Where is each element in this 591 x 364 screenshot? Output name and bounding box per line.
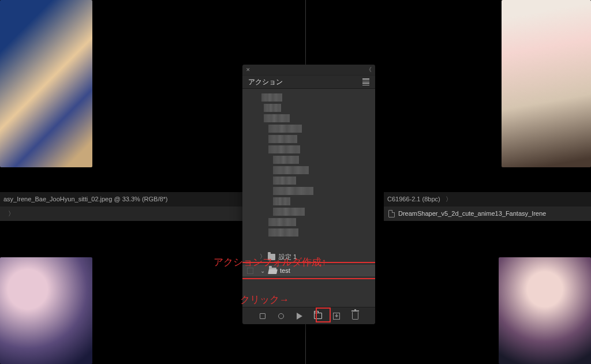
document-tab-left[interactable]: asy_Irene_Bae_JooHyun_sitti_02.jpeg @ 33… <box>0 192 242 221</box>
record-button[interactable] <box>276 312 286 321</box>
play-button[interactable] <box>295 312 304 321</box>
divider-vertical <box>305 0 306 65</box>
stop-button[interactable] <box>258 312 267 321</box>
panel-title: アクション <box>248 77 283 87</box>
close-icon[interactable]: ✕ <box>246 67 250 73</box>
blurred-actions <box>251 92 369 248</box>
document-icon <box>388 210 395 217</box>
document-filename: DreamShaper_v5_2d_cute_anime13_Fantasy_I… <box>398 207 546 221</box>
breadcrumb: DreamShaper_v5_2d_cute_anime13_Fantasy_I… <box>384 207 591 221</box>
breadcrumb: 〉 <box>0 207 242 221</box>
actions-panel: ✕ 《 アクション 〉 設定 1 <box>242 65 375 324</box>
new-action-set-button[interactable] <box>313 312 323 321</box>
canvas-image-top-left <box>0 0 92 167</box>
panel-titlebar[interactable]: ✕ 《 <box>242 65 375 75</box>
play-icon <box>297 313 302 320</box>
breadcrumb-sep-icon: 〉 <box>8 207 14 221</box>
document-colorprofile: C61966-2.1 (8bpc) 〉 <box>384 192 591 207</box>
record-icon <box>278 313 284 319</box>
actions-panel-footer <box>242 307 375 324</box>
folder-icon <box>314 313 322 319</box>
panel-header: アクション <box>242 75 375 89</box>
document-tab-right[interactable]: C61966-2.1 (8bpc) 〉 DreamShaper_v5_2d_cu… <box>384 192 591 221</box>
canvas-image-bottom-right <box>499 257 591 364</box>
plus-square-icon <box>333 313 340 320</box>
stop-icon <box>260 313 265 319</box>
canvas-image-bottom-left <box>0 257 92 364</box>
annotation-text-click: クリック→ <box>240 293 289 306</box>
trash-icon <box>352 312 358 320</box>
annotation-text-folder: アクションフォルダ作成↑ <box>214 256 327 269</box>
new-action-button[interactable] <box>332 312 341 321</box>
panel-menu-icon[interactable] <box>362 78 369 85</box>
divider-vertical <box>305 324 306 364</box>
canvas-image-top-right <box>502 0 591 167</box>
document-title: asy_Irene_Bae_JooHyun_sitti_02.jpeg @ 33… <box>0 192 242 207</box>
breadcrumb-sep-icon: 〉 <box>446 196 452 202</box>
actions-list[interactable]: 〉 設定 1 ⌄ test <box>242 89 375 307</box>
collapse-icon[interactable]: 《 <box>366 66 372 74</box>
delete-button[interactable] <box>350 312 360 321</box>
